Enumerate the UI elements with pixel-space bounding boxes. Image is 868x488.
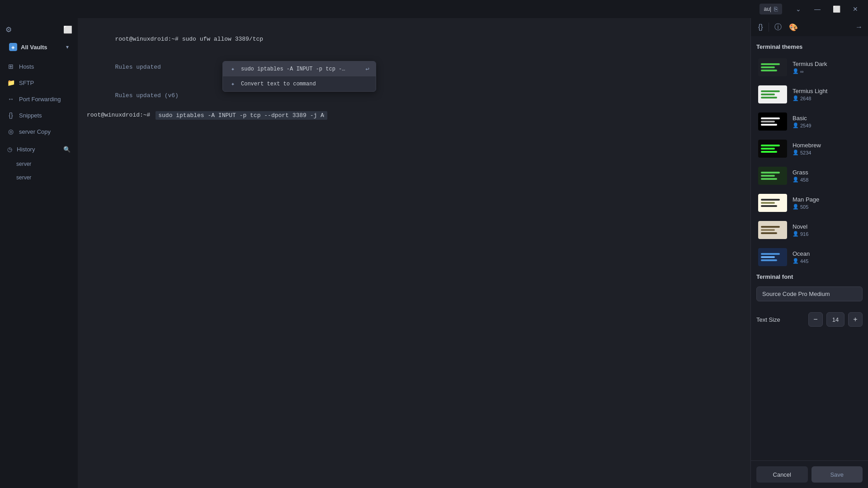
- terminal-content[interactable]: root@winuxdroid:~# sudo ufw allow 3389/t…: [78, 18, 750, 488]
- minimize-button[interactable]: —: [808, 2, 826, 16]
- panel-info-button[interactable]: ⓘ: [773, 21, 783, 34]
- sftp-label: SFTP: [19, 80, 71, 86]
- autocomplete-item-1[interactable]: ✦ sudo iptables -A INPUT -p tcp -… ↩: [223, 61, 376, 76]
- history-item-server-2[interactable]: server: [0, 171, 78, 184]
- terminal-icon[interactable]: ⬜: [63, 25, 72, 34]
- server-copy-icon: ◎: [7, 128, 14, 135]
- vault-label: All Vaults: [21, 44, 62, 51]
- theme-name-terminus-dark: Termius Dark: [793, 61, 861, 67]
- theme-count-ocean: 👤445: [793, 258, 861, 264]
- theme-line-3: [761, 232, 777, 234]
- theme-line-2: [761, 202, 775, 204]
- text-size-increase-button[interactable]: +: [848, 312, 863, 327]
- window-controls: ⌄ — ⬜ ✕: [789, 2, 864, 16]
- theme-name-manpage: Man Page: [793, 196, 861, 203]
- sidebar-item-server-copy[interactable]: ◎ server Copy: [0, 123, 78, 140]
- theme-line-3: [761, 70, 777, 71]
- sidebar-top-actions: ⚙ ⬜: [0, 22, 78, 38]
- theme-line-3: [761, 178, 777, 180]
- close-button[interactable]: ✕: [846, 2, 864, 16]
- theme-name-basic: Basic: [793, 115, 861, 122]
- history-server-1-label: server: [16, 161, 31, 167]
- theme-line-1: [761, 226, 780, 228]
- vault-chevron-icon: ▾: [66, 44, 69, 50]
- title-bar: au| ⎘ ⌄ — ⬜ ✕: [0, 0, 868, 18]
- theme-count-basic: 👤2549: [793, 122, 861, 128]
- theme-thumb-manpage: [758, 194, 787, 212]
- themes-section-title: Terminal themes: [756, 43, 863, 50]
- history-server-2-label: server: [16, 174, 31, 181]
- panel-code-button[interactable]: {}: [756, 21, 765, 33]
- panel-toolbar: {} ⓘ 🎨 →: [751, 18, 868, 36]
- panel-palette-button[interactable]: 🎨: [787, 21, 800, 33]
- history-item-server-1[interactable]: server: [0, 157, 78, 171]
- theme-line-2: [761, 148, 775, 150]
- theme-item-basic[interactable]: Basic 👤2549: [756, 111, 863, 132]
- panel-content: Terminal themes Termius Dark 👤∞: [751, 36, 868, 460]
- dropdown-button[interactable]: ⌄: [789, 2, 807, 16]
- snippets-label: Snippets: [19, 112, 71, 119]
- vault-icon: ◈: [9, 43, 17, 51]
- theme-item-manpage[interactable]: Man Page 👤505: [756, 192, 863, 214]
- sftp-icon: 📁: [7, 79, 14, 86]
- autocomplete-item-2[interactable]: ✦ Convert text to command: [223, 76, 376, 91]
- sidebar-item-hosts[interactable]: ⊞ Hosts: [0, 58, 78, 75]
- theme-info-ocean: Ocean 👤445: [793, 250, 861, 264]
- autocomplete-text-1: sudo iptables -A INPUT -p tcp -…: [241, 66, 345, 72]
- autocomplete-text-2: Convert text to command: [241, 81, 316, 87]
- theme-thumb-ocean: [758, 248, 787, 266]
- sidebar-item-sftp[interactable]: 📁 SFTP: [0, 75, 78, 91]
- save-button[interactable]: Save: [811, 466, 863, 483]
- terminal-input-line[interactable]: root@winuxdroid:~#: [87, 111, 741, 120]
- theme-list: Termius Dark 👤∞ Termius Light 👤2648: [756, 56, 863, 268]
- right-panel: {} ⓘ 🎨 → Terminal themes Termiu: [750, 18, 868, 488]
- history-search-button[interactable]: 🔍: [63, 146, 71, 153]
- theme-item-grass[interactable]: Grass 👤458: [756, 165, 863, 187]
- theme-item-terminus-light[interactable]: Termius Light 👤2648: [756, 84, 863, 105]
- theme-count-novel: 👤916: [793, 231, 861, 237]
- history-header[interactable]: ◷ History 🔍: [0, 141, 78, 157]
- theme-count-manpage: 👤505: [793, 204, 861, 210]
- theme-line-1: [761, 172, 780, 174]
- theme-line-1: [761, 199, 780, 201]
- terminal-input[interactable]: [156, 111, 327, 120]
- panel-footer: Cancel Save: [751, 460, 868, 488]
- text-size-decrease-button[interactable]: −: [808, 312, 823, 327]
- theme-line-1: [761, 145, 780, 146]
- theme-item-novel[interactable]: Novel 👤916: [756, 219, 863, 241]
- sidebar-item-snippets[interactable]: {} Snippets: [0, 107, 78, 123]
- autocomplete-cmd-icon-1: ✦: [229, 65, 236, 73]
- active-tab[interactable]: au| ⎘: [760, 4, 782, 14]
- theme-line-1: [761, 90, 780, 92]
- panel-forward-button[interactable]: →: [855, 23, 863, 31]
- server-copy-label: server Copy: [19, 128, 71, 135]
- theme-line-2: [761, 256, 775, 258]
- theme-line-1: [761, 117, 780, 119]
- theme-info-novel: Novel 👤916: [793, 223, 861, 237]
- maximize-button[interactable]: ⬜: [827, 2, 845, 16]
- main-layout: ⚙ ⬜ ◈ All Vaults ▾ ⊞ Hosts 📁 SFTP ↔ Port…: [0, 18, 868, 488]
- font-input[interactable]: [756, 286, 863, 301]
- share-icon: ⎘: [774, 5, 778, 13]
- theme-item-ocean[interactable]: Ocean 👤445: [756, 246, 863, 268]
- panel-palette-icon: 🎨: [789, 23, 798, 32]
- theme-count-terminus-light: 👤2648: [793, 95, 861, 101]
- theme-line-2: [761, 94, 775, 95]
- text-size-label: Text Size: [756, 316, 805, 323]
- theme-info-homebrew: Homebrew 👤5234: [793, 142, 861, 155]
- theme-info-grass: Grass 👤458: [793, 169, 861, 183]
- vault-selector[interactable]: ◈ All Vaults ▾: [4, 39, 74, 55]
- theme-info-terminus-light: Termius Light 👤2648: [793, 88, 861, 101]
- theme-item-homebrew[interactable]: Homebrew 👤5234: [756, 138, 863, 160]
- settings-icon[interactable]: ⚙: [5, 25, 12, 34]
- sidebar: ⚙ ⬜ ◈ All Vaults ▾ ⊞ Hosts 📁 SFTP ↔ Port…: [0, 18, 78, 488]
- theme-thumb-homebrew: [758, 140, 787, 158]
- font-section: Terminal font Text Size − 14 +: [756, 273, 863, 327]
- theme-line-3: [761, 97, 777, 99]
- cancel-button[interactable]: Cancel: [756, 466, 808, 483]
- panel-forward-icon: →: [855, 23, 863, 31]
- panel-info-icon: ⓘ: [774, 23, 782, 32]
- theme-item-terminus-dark[interactable]: Termius Dark 👤∞: [756, 56, 863, 78]
- theme-name-novel: Novel: [793, 223, 861, 230]
- sidebar-item-port-forwarding[interactable]: ↔ Port Forwarding: [0, 91, 78, 107]
